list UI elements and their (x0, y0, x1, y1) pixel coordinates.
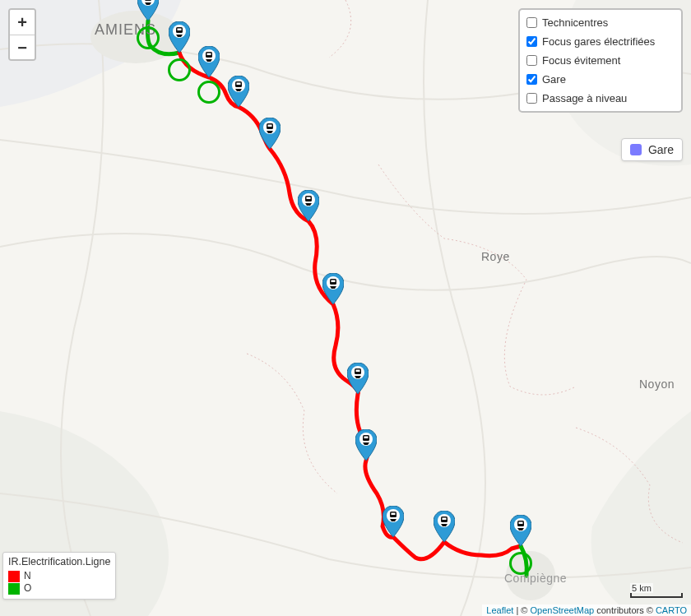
layer-toggle[interactable]: Focus gares électrifiées (525, 32, 678, 51)
layer-checkbox[interactable] (526, 93, 537, 104)
station-marker[interactable] (259, 118, 281, 149)
legend-row: N (8, 570, 110, 583)
station-marker[interactable] (322, 273, 344, 304)
scale-line (630, 593, 683, 598)
attribution-leaflet-link[interactable]: Leaflet (486, 605, 513, 615)
svg-rect-38 (519, 522, 523, 525)
svg-rect-20 (307, 197, 311, 200)
station-marker[interactable] (355, 429, 377, 461)
station-marker[interactable] (137, 0, 159, 21)
layer-toggle[interactable]: Technicentres (525, 13, 678, 32)
legend-swatch (630, 144, 642, 155)
layer-checkbox[interactable] (526, 17, 537, 28)
layer-label: Technicentres (542, 16, 608, 29)
scale-bar: 5 km (630, 583, 683, 598)
svg-rect-8 (178, 29, 182, 31)
layers-panel: Technicentres Focus gares électrifiées F… (518, 8, 683, 113)
layer-label: Focus gares électrifiées (542, 35, 655, 48)
layer-toggle[interactable]: Gare (525, 70, 678, 89)
svg-point-1 (506, 551, 555, 600)
legend-electrification: IR.Electrification.Ligne N O (2, 552, 116, 600)
svg-rect-35 (443, 518, 447, 521)
layer-checkbox[interactable] (526, 55, 537, 66)
station-marker[interactable] (298, 190, 319, 221)
layer-toggle[interactable]: Passage à niveau (525, 89, 678, 108)
layer-checkbox[interactable] (526, 74, 537, 85)
legend-swatch-o (8, 583, 20, 595)
svg-rect-4 (145, 0, 151, 1)
scale-label: 5 km (630, 583, 653, 593)
attribution: Leaflet | © OpenStreetMap contributors ©… (482, 604, 691, 616)
station-marker[interactable] (198, 46, 220, 77)
svg-rect-23 (332, 280, 336, 283)
station-marker[interactable] (510, 515, 531, 546)
station-marker[interactable] (228, 76, 249, 107)
layer-checkbox[interactable] (526, 36, 537, 47)
attribution-osm-link[interactable]: OpenStreetMap (530, 605, 594, 615)
svg-rect-17 (268, 125, 272, 127)
svg-rect-29 (364, 437, 369, 439)
svg-rect-32 (392, 513, 396, 516)
zoom-control: + − (8, 8, 36, 61)
legend-row: O (8, 582, 110, 595)
legend-code: O (24, 582, 31, 595)
layer-label: Focus évitement (542, 54, 620, 67)
station-marker[interactable] (383, 506, 404, 537)
layer-toggle[interactable]: Focus évitement (525, 51, 678, 70)
attribution-carto-link[interactable]: CARTO (656, 605, 687, 615)
legend-swatch-n (8, 571, 20, 582)
svg-rect-14 (237, 83, 241, 86)
legend-code: N (24, 570, 31, 583)
station-marker[interactable] (347, 363, 369, 394)
layers-scroll[interactable]: Technicentres Focus gares électrifiées F… (525, 13, 681, 108)
svg-rect-11 (207, 53, 211, 56)
layer-label: Gare (542, 73, 566, 86)
legend-title: IR.Electrification.Ligne (8, 555, 110, 568)
zoom-out-button[interactable]: − (10, 35, 35, 59)
map-canvas[interactable]: AMIENS Roye Noyon Compiègne (0, 0, 691, 616)
zoom-in-button[interactable]: + (10, 10, 35, 35)
legend-gare: Gare (621, 138, 683, 161)
svg-rect-26 (356, 370, 360, 373)
layer-label: Passage à niveau (542, 92, 627, 104)
station-marker[interactable] (434, 511, 455, 542)
legend-label: Gare (648, 143, 674, 156)
station-marker[interactable] (169, 21, 190, 53)
